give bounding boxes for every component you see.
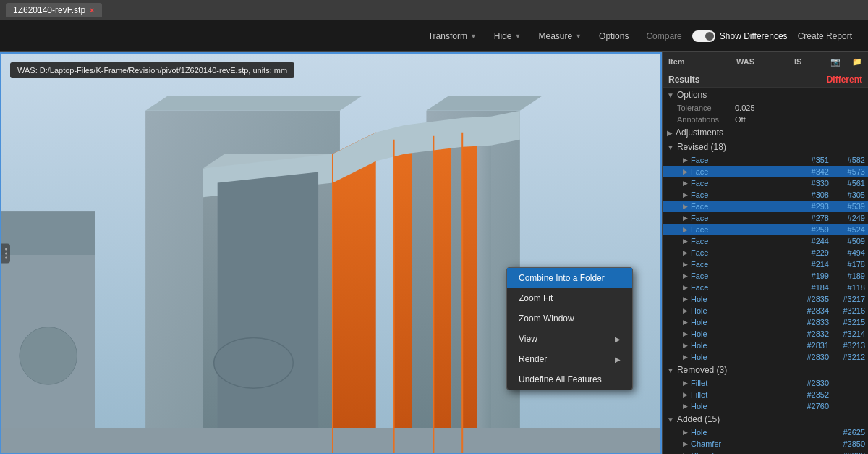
added-item-1[interactable]: ▶Chamfer #2850 — [663, 438, 868, 450]
show-differences-toggle[interactable]: Show Differences — [692, 30, 788, 42]
title-bar: 1Z620140-revF.stp × — [0, 0, 868, 20]
revised-arrow-icon: ▼ — [667, 143, 674, 151]
revised-section-header[interactable]: ▼ Revised (18) — [663, 140, 868, 154]
svg-marker-10 — [333, 133, 376, 453]
svg-point-3 — [20, 327, 77, 385]
revised-item-4[interactable]: ▶Face #293 #539 — [663, 201, 868, 212]
item-expand-icon: ▶ — [683, 226, 688, 233]
item-expand-icon: ▶ — [683, 342, 688, 349]
adjustments-arrow-icon: ▶ — [667, 129, 673, 137]
item-expand-icon: ▶ — [683, 429, 688, 436]
revised-item-1[interactable]: ▶Face #342 #573 — [663, 166, 868, 177]
hide-arrow-icon: ▼ — [515, 33, 522, 40]
item-expand-icon: ▶ — [683, 295, 688, 303]
item-expand-icon: ▶ — [683, 214, 688, 222]
removed-item-0[interactable]: ▶Fillet #2330 — [663, 377, 868, 389]
added-item-2[interactable]: ▶Chamfer #2908 — [663, 450, 868, 454]
revised-item-15[interactable]: ▶Hole #2832 #3214 — [663, 328, 868, 340]
panel-header: Item WAS IS 📷 📁 — [663, 52, 868, 72]
item-expand-icon: ▶ — [683, 330, 688, 337]
revised-item-3[interactable]: ▶Face #308 #305 — [663, 189, 868, 201]
transform-arrow-icon: ▼ — [470, 33, 477, 40]
revised-item-14[interactable]: ▶Hole #2833 #3215 — [663, 316, 868, 328]
tolerance-row: Tolerance 0.025 — [663, 102, 868, 114]
item-expand-icon: ▶ — [683, 156, 688, 164]
context-menu-item-zoomfit[interactable]: Zoom Fit — [507, 288, 632, 308]
options-button[interactable]: Options — [592, 28, 636, 45]
item-expand-icon: ▶ — [683, 272, 688, 279]
revised-item-10[interactable]: ▶Face #199 #189 — [663, 270, 868, 282]
revised-item-5[interactable]: ▶Face #278 #249 — [663, 212, 868, 224]
item-expand-icon: ▶ — [683, 391, 688, 398]
removed-section-header[interactable]: ▼ Removed (3) — [663, 363, 868, 377]
context-menu-item-combine[interactable]: Combine Into a Folder — [507, 268, 632, 288]
scene-svg — [1, 54, 660, 453]
revised-item-8[interactable]: ▶Face #229 #494 — [663, 247, 868, 258]
removed-item-1[interactable]: ▶Fillet #2352 — [663, 389, 868, 400]
revised-item-0[interactable]: ▶Face #351 #582 — [663, 154, 868, 166]
revised-item-11[interactable]: ▶Face #184 #118 — [663, 282, 868, 293]
svg-marker-16 — [451, 129, 462, 453]
added-item-0[interactable]: ▶Hole #2625 — [663, 426, 868, 438]
revised-item-6[interactable]: ▶Face #259 #524 — [663, 224, 868, 235]
folder-icon[interactable]: 📁 — [846, 55, 868, 69]
revised-item-2[interactable]: ▶Face #330 #561 — [663, 177, 868, 189]
revised-item-16[interactable]: ▶Hole #2831 #3213 — [663, 340, 868, 351]
annotations-row: Annotations Off — [663, 114, 868, 125]
svg-marker-20 — [1, 428, 660, 453]
was-header: WAS — [731, 55, 788, 69]
item-expand-icon: ▶ — [683, 237, 688, 245]
results-value: Different — [827, 75, 862, 85]
svg-marker-12 — [394, 131, 412, 453]
show-differences-label: Show Differences — [720, 31, 788, 41]
toggle-switch[interactable] — [692, 30, 715, 42]
item-expand-icon: ▶ — [683, 319, 688, 326]
toolbar: Transform ▼ Hide ▼ Measure ▼ Options Com… — [0, 20, 868, 52]
left-panel-handle[interactable] — [1, 243, 10, 263]
hide-button[interactable]: Hide ▼ — [487, 28, 529, 45]
svg-marker-17 — [477, 125, 491, 453]
is-header: IS — [788, 55, 825, 69]
item-expand-icon: ▶ — [683, 440, 688, 447]
results-header: Results Different — [663, 72, 868, 88]
removed-item-2[interactable]: ▶Hole #2760 — [663, 400, 868, 412]
compare-button[interactable]: Compare — [639, 28, 689, 45]
svg-point-26 — [214, 337, 294, 388]
tree-panel[interactable]: ▼ Options Tolerance 0.025 Annotations Of… — [663, 88, 868, 454]
added-section-header[interactable]: ▼ Added (15) — [663, 412, 868, 426]
create-report-button[interactable]: Create Report — [791, 28, 859, 45]
submenu-arrow-icon: ▶ — [615, 356, 621, 363]
revised-item-17[interactable]: ▶Hole #2830 #3212 — [663, 351, 868, 363]
measure-arrow-icon: ▼ — [575, 33, 582, 40]
submenu-arrow-icon: ▶ — [615, 335, 621, 343]
context-menu-item-view[interactable]: View ▶ — [507, 329, 632, 349]
file-tab[interactable]: 1Z620140-revF.stp × — [6, 3, 102, 17]
context-menu-item-undefine[interactable]: Undefine All Features — [507, 369, 632, 390]
options-section-header[interactable]: ▼ Options — [663, 88, 868, 102]
transform-button[interactable]: Transform ▼ — [421, 28, 484, 45]
context-menu-item-render[interactable]: Render ▶ — [507, 349, 632, 369]
revised-item-9[interactable]: ▶Face #214 #178 — [663, 258, 868, 270]
item-expand-icon: ▶ — [683, 284, 688, 291]
revised-item-13[interactable]: ▶Hole #2834 #3216 — [663, 305, 868, 316]
revised-item-7[interactable]: ▶Face #244 #509 — [663, 235, 868, 247]
item-expand-icon: ▶ — [683, 191, 688, 198]
main-area: WAS: D:/Laptop-Files/K-Frame/Revision/pi… — [0, 52, 868, 454]
svg-marker-19 — [218, 172, 318, 453]
context-menu-item-zoomwindow[interactable]: Zoom Window — [507, 308, 632, 329]
removed-arrow-icon: ▼ — [667, 366, 674, 374]
item-expand-icon: ▶ — [683, 379, 688, 387]
results-label: Results — [668, 75, 827, 85]
revised-item-12[interactable]: ▶Hole #2835 #3217 — [663, 293, 868, 305]
viewport[interactable]: WAS: D:/Laptop-Files/K-Frame/Revision/pi… — [0, 52, 662, 454]
adjustments-section-header[interactable]: ▶ Adjustments — [663, 125, 868, 140]
handle-dot — [5, 248, 7, 250]
item-expand-icon: ▶ — [683, 261, 688, 268]
svg-marker-2 — [1, 211, 95, 255]
handle-dot — [5, 252, 7, 254]
measure-button[interactable]: Measure ▼ — [531, 28, 589, 45]
tab-filename: 1Z620140-revF.stp — [13, 5, 85, 15]
tab-close-button[interactable]: × — [90, 6, 94, 14]
camera-icon[interactable]: 📷 — [825, 55, 846, 69]
item-expand-icon: ▶ — [683, 403, 688, 410]
